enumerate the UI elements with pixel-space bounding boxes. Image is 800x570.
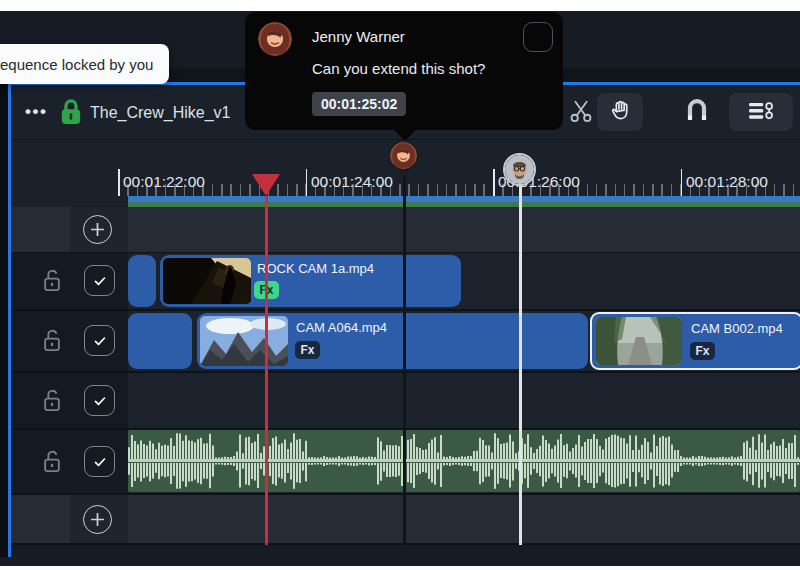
add-track-row-bottom: [11, 495, 800, 543]
ruler-timecode-label: 00:01:28:00: [686, 173, 768, 191]
clip-stub-v1[interactable]: [128, 313, 192, 369]
clip-label: ROCK CAM 1a.mp4: [257, 261, 374, 276]
track-lock-toggle[interactable]: [41, 388, 63, 413]
clip-cam-b002[interactable]: CAM B002.mp4 Fx: [590, 312, 800, 370]
sequence-locked-tooltip-text: Sequence locked by you: [0, 56, 153, 73]
video-editor-screenshot: Sequence locked by you ••• The_Crew_Hike…: [0, 0, 800, 570]
hand-icon: [608, 98, 633, 126]
fx-badge[interactable]: Fx: [295, 341, 320, 359]
ruler-major-tick: [681, 169, 683, 196]
clip-label: CAM B002.mp4: [691, 321, 783, 336]
sequence-locked-tooltip: Sequence locked by you: [0, 44, 169, 84]
track-header-a1: [11, 373, 128, 428]
hand-tool-button[interactable]: [597, 93, 643, 131]
ruler-major-tick: [118, 169, 120, 196]
track-header-v1: [11, 311, 128, 371]
timeline-panel: ••• The_Crew_Hike_v1: [8, 82, 800, 557]
clip-stub-v2[interactable]: [128, 255, 156, 307]
comment-popup-tail: [393, 129, 417, 141]
magnet-icon: [683, 97, 711, 128]
more-options-button[interactable]: •••: [25, 99, 59, 125]
collaborator-marker-line: [519, 185, 522, 545]
track-lock-toggle[interactable]: [41, 449, 63, 474]
track-header-a2: [11, 430, 128, 493]
snap-toggle-button[interactable]: [674, 93, 720, 131]
ruler-major-tick: [306, 169, 308, 196]
comment-timecode-badge[interactable]: 00:01:25:02: [312, 92, 406, 116]
tracks-area: ROCK CAM 1a.mp4 Fx CAM A064.mp4 Fx: [11, 207, 800, 557]
cut-tool-button[interactable]: [563, 93, 599, 131]
audio-waveform-channel-right: [128, 463, 800, 490]
scissors-icon: [568, 98, 594, 127]
sequence-lock-icon: [60, 98, 82, 125]
playhead-handle[interactable]: [252, 174, 280, 196]
track-enable-checkbox[interactable]: [84, 385, 115, 416]
track-lock-toggle[interactable]: [41, 328, 63, 353]
comment-marker-line: [403, 168, 406, 545]
left-gutter: [0, 82, 8, 557]
track-lock-toggle[interactable]: [41, 268, 63, 293]
clip-audio-waveform[interactable]: [128, 430, 800, 492]
comment-resolve-checkbox[interactable]: [523, 22, 553, 52]
ruler-timecode-label: 00:01:24:00: [311, 173, 393, 191]
add-track-row-top: [11, 207, 800, 252]
waveform-center-line: [128, 459, 800, 462]
track-enable-checkbox[interactable]: [84, 325, 115, 356]
clip-rock-cam[interactable]: ROCK CAM 1a.mp4 Fx: [160, 255, 461, 307]
collaborator-marker-avatar[interactable]: [503, 153, 536, 186]
track-lane-a1[interactable]: [128, 373, 800, 428]
clip-thumbnail-rock-cam: [163, 258, 251, 304]
track-enable-checkbox[interactable]: [84, 446, 115, 477]
clip-cam-a064[interactable]: CAM A064.mp4 Fx: [197, 313, 588, 369]
add-track-button-top[interactable]: [83, 215, 112, 244]
ruler-major-tick: [493, 169, 495, 196]
panel-bottom-strip: [11, 545, 800, 557]
track-header-v2: [11, 253, 128, 309]
playhead-line: [265, 196, 268, 545]
track-enable-checkbox[interactable]: [84, 265, 115, 296]
track-settings-icon: [746, 98, 776, 127]
track-row-a1: [11, 373, 800, 428]
add-track-button-bottom[interactable]: [83, 505, 112, 534]
clip-thumbnail-cam-b002: [596, 317, 682, 365]
sequence-title: The_Crew_Hike_v1: [90, 85, 231, 140]
clip-thumbnail-cam-a064: [200, 316, 288, 366]
ruler-timecode-label: 00:01:22:00: [123, 173, 205, 191]
fx-badge[interactable]: Fx: [690, 342, 715, 360]
commenter-name: Jenny Warner: [312, 28, 405, 45]
commenter-avatar: [258, 22, 292, 56]
comment-popup: Jenny Warner Can you extend this shot? 0…: [245, 12, 563, 130]
track-options-button[interactable]: [729, 93, 793, 131]
clip-label: CAM A064.mp4: [296, 320, 387, 335]
audio-waveform-channel-left: [128, 432, 800, 459]
comment-marker-avatar-jenny[interactable]: [388, 140, 419, 171]
comment-message: Can you extend this shot?: [312, 60, 485, 77]
